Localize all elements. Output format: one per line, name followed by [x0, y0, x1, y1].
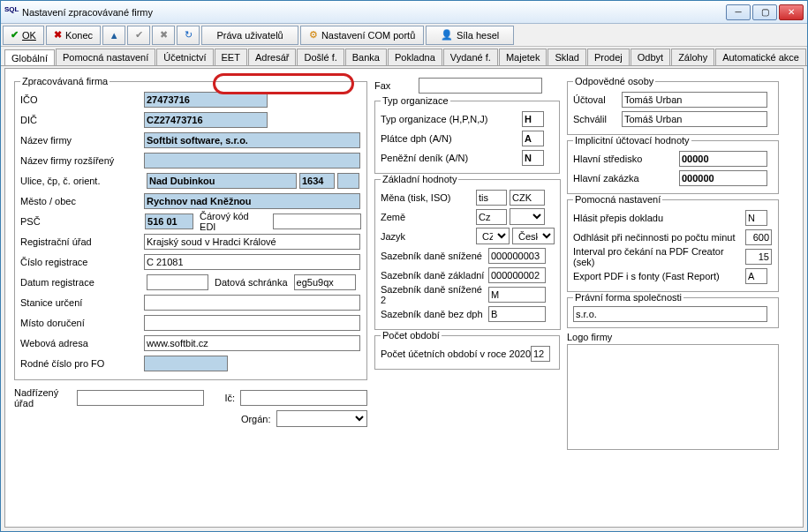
taxbase-input[interactable] [488, 267, 546, 283]
diary-input[interactable] [522, 150, 544, 166]
rc-input[interactable] [144, 356, 228, 371]
x-icon: ✖ [54, 29, 62, 41]
tab-assets[interactable]: Majetek [499, 49, 547, 65]
diary-label: Peněžní deník (A/N) [381, 153, 522, 163]
tab-global[interactable]: Globální [4, 49, 55, 66]
taxred-input[interactable] [488, 248, 546, 264]
typeorg-label: Typ organizace (H,P,N,J) [381, 114, 522, 124]
x-grey-icon: ✖ [160, 29, 168, 41]
legal-fieldset: Právní forma společnosti [567, 292, 779, 328]
edi-input[interactable] [273, 214, 361, 229]
logo-box[interactable] [567, 344, 779, 450]
logout-label: Odhlásit při nečinnosti po počtu minut [573, 232, 745, 243]
taxred2-input[interactable] [488, 287, 546, 303]
vat-input[interactable] [522, 131, 544, 146]
window-title: Nastavení zpracovávané firmy [22, 7, 726, 18]
tab-advance[interactable]: Zálohy [671, 49, 714, 65]
zakazka-input[interactable] [679, 170, 767, 186]
currency-label: Měna (tisk, ISO) [381, 192, 473, 203]
periods-input[interactable] [531, 346, 550, 362]
tab-dispatch[interactable]: Odbyt [631, 49, 670, 65]
superior-input[interactable] [77, 390, 204, 406]
co-input[interactable] [337, 173, 359, 189]
taxred-label: Sazebník daně snížené [381, 251, 488, 261]
periods-legend: Počet období [381, 330, 442, 341]
clear-button[interactable]: ✖ [152, 26, 175, 45]
delivery-input[interactable] [144, 315, 360, 331]
dic-input[interactable] [144, 112, 268, 128]
minimize-button[interactable]: ─ [726, 4, 751, 20]
pdfwait-input[interactable] [745, 249, 772, 265]
tab-auto[interactable]: Automatické akce [715, 49, 806, 65]
organ-label: Orgán: [241, 414, 271, 424]
triangle-up-icon: ▲ [109, 30, 119, 41]
organ-select[interactable] [276, 410, 367, 427]
legal-input[interactable] [573, 306, 767, 322]
stredisko-input[interactable] [679, 151, 767, 167]
ok-button[interactable]: ✔OK [3, 26, 44, 45]
ic2-input[interactable] [240, 390, 367, 406]
cancel-button[interactable]: ✖Konec [46, 26, 101, 45]
reg-no-input[interactable] [144, 254, 360, 270]
name-input[interactable] [144, 132, 360, 148]
reg-date-label: Datum registrace [20, 277, 144, 288]
reg-office-input[interactable] [144, 234, 360, 250]
tab-aux[interactable]: Pomocná nastavení [56, 49, 155, 65]
superior-label: Nadřízený úřad [14, 387, 72, 408]
tab-accounting[interactable]: Účetnictví [156, 49, 213, 65]
schvalil-input[interactable] [622, 111, 767, 127]
tab-cash[interactable]: Pokladna [388, 49, 442, 65]
tab-addressbook[interactable]: Adresář [248, 49, 297, 65]
logout-input[interactable] [745, 229, 772, 245]
pomoc-fieldset: Pomocná nastavení Hlásit přepis dokladu … [567, 194, 779, 292]
tab-stock[interactable]: Sklad [547, 49, 586, 65]
tab-bank[interactable]: Banka [345, 49, 387, 65]
station-input[interactable] [144, 295, 360, 311]
tab-sales[interactable]: Prodej [587, 49, 630, 65]
lang2-select[interactable]: Česky [512, 228, 555, 244]
delivery-label: Místo doručení [20, 318, 144, 328]
firm-fieldset: Zpracovávaná firma IČO DIČ Název firmy N… [14, 76, 367, 380]
close-button[interactable]: ✕ [779, 4, 804, 20]
curr2-input[interactable] [510, 190, 545, 206]
up-button[interactable]: ▲ [102, 26, 125, 45]
legal-legend: Právní forma společnosti [573, 292, 683, 303]
name2-input[interactable] [144, 153, 360, 169]
reg-date-input[interactable] [147, 274, 208, 290]
tab-incoming[interactable]: Došlé f. [297, 49, 344, 65]
tab-eet[interactable]: EET [215, 49, 247, 65]
city-input[interactable] [144, 193, 360, 209]
base-legend: Základní hodnoty [381, 174, 458, 184]
pdfwait-label: Interval pro čekání na PDF Creator (sek) [573, 246, 745, 267]
psc-input[interactable] [145, 214, 193, 229]
taxnodph-input[interactable] [488, 306, 546, 322]
city-label: Město / obec [20, 196, 144, 206]
tab-outgoing[interactable]: Vydané f. [443, 49, 498, 65]
com-ports-button[interactable]: ⚙Nastavení COM portů [300, 26, 424, 45]
maximize-button[interactable]: ▢ [752, 4, 777, 20]
hlasit-input[interactable] [745, 210, 767, 226]
lang1-select[interactable]: CZ [476, 228, 510, 244]
fax-input[interactable] [419, 78, 542, 94]
psc-label: PSČ [20, 216, 142, 227]
country-input[interactable] [476, 209, 507, 225]
street-input[interactable] [147, 173, 297, 189]
exportpdf-input[interactable] [745, 268, 767, 284]
curr1-input[interactable] [476, 190, 507, 206]
check-grey-icon: ✔ [135, 29, 143, 41]
web-input[interactable] [144, 335, 360, 351]
ico-input[interactable] [144, 92, 268, 108]
periods-fieldset: Počet období Počet účetních období v roc… [374, 330, 560, 370]
apply-button[interactable]: ✔ [127, 26, 150, 45]
country-select[interactable] [510, 208, 545, 225]
typeorg-input[interactable] [522, 111, 544, 127]
password-strength-button[interactable]: 👤Síla hesel [426, 26, 514, 45]
uctoval-input[interactable] [622, 92, 767, 108]
user-rights-button[interactable]: Práva uživatelů [201, 26, 298, 45]
toolbar: ✔OK ✖Konec ▲ ✔ ✖ ↻ Práva uživatelů ⚙Nast… [1, 24, 807, 47]
refresh-button[interactable]: ↻ [177, 26, 200, 45]
edi-label: Čárový kód EDI [200, 211, 267, 232]
app-icon: SQL [4, 5, 19, 19]
cp-input[interactable] [299, 173, 335, 189]
databox-input[interactable] [294, 274, 356, 290]
